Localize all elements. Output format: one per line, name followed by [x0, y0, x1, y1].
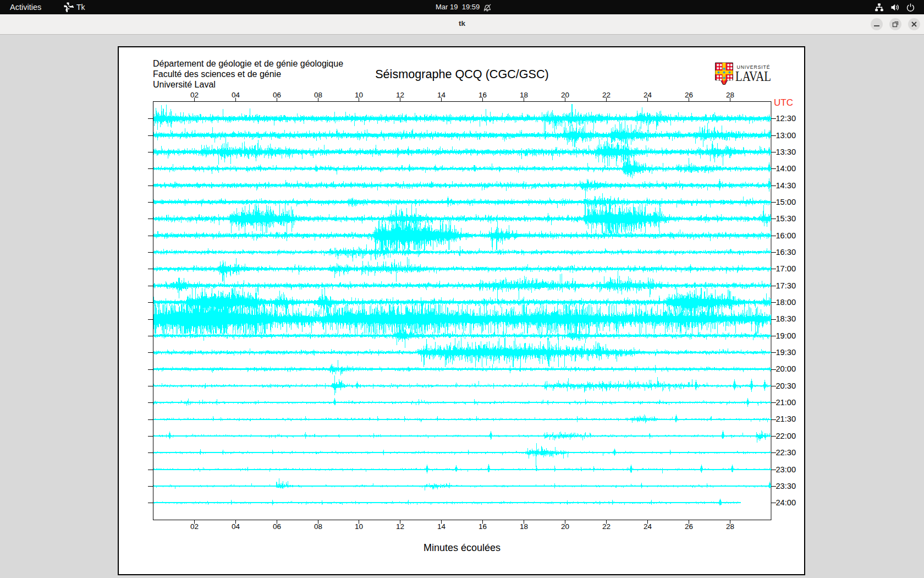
svg-text:24:00: 24:00 — [776, 498, 796, 507]
svg-text:26: 26 — [685, 91, 693, 99]
svg-text:13:00: 13:00 — [776, 131, 796, 140]
svg-text:19:30: 19:30 — [776, 348, 796, 357]
svg-text:04: 04 — [232, 91, 240, 99]
svg-text:13:30: 13:30 — [776, 148, 796, 156]
svg-text:21:00: 21:00 — [776, 398, 796, 407]
svg-text:23:30: 23:30 — [776, 482, 796, 490]
svg-text:20: 20 — [561, 522, 569, 531]
svg-text:15:00: 15:00 — [776, 198, 796, 206]
svg-text:22: 22 — [602, 522, 610, 531]
svg-text:15:30: 15:30 — [776, 214, 796, 223]
svg-text:Faculté des sciences et de gén: Faculté des sciences et de génie — [153, 69, 281, 79]
svg-text:28: 28 — [726, 91, 734, 99]
svg-text:16: 16 — [479, 522, 487, 531]
svg-text:18: 18 — [520, 522, 528, 531]
svg-text:23:00: 23:00 — [776, 465, 796, 474]
svg-text:08: 08 — [314, 522, 322, 531]
svg-text:18:00: 18:00 — [776, 298, 796, 307]
svg-text:20:30: 20:30 — [776, 381, 796, 390]
svg-text:Département de géologie et de: Département de géologie et de génie géol… — [153, 59, 343, 68]
svg-text:20:00: 20:00 — [776, 364, 796, 373]
svg-text:24: 24 — [644, 91, 652, 99]
svg-text:10: 10 — [355, 91, 363, 99]
svg-text:19:00: 19:00 — [776, 331, 796, 340]
svg-text:21:30: 21:30 — [776, 415, 796, 423]
svg-text:20: 20 — [561, 91, 569, 99]
svg-text:14:00: 14:00 — [776, 164, 796, 173]
svg-text:04: 04 — [232, 522, 240, 531]
svg-text:28: 28 — [726, 522, 734, 531]
svg-text:26: 26 — [685, 522, 693, 531]
svg-text:16:00: 16:00 — [776, 231, 796, 240]
svg-text:14: 14 — [437, 91, 446, 99]
svg-text:02: 02 — [190, 522, 199, 531]
svg-text:02: 02 — [190, 91, 199, 99]
svg-text:12: 12 — [396, 91, 404, 99]
svg-text:12:30: 12:30 — [776, 114, 796, 123]
svg-text:UTC: UTC — [774, 97, 793, 108]
svg-text:LAVAL: LAVAL — [735, 68, 771, 84]
svg-text:22: 22 — [602, 91, 610, 99]
svg-text:22:30: 22:30 — [776, 448, 796, 457]
svg-text:10: 10 — [355, 522, 363, 531]
svg-text:Séismographe QCQ (CGC/GSC): Séismographe QCQ (CGC/GSC) — [375, 67, 549, 81]
svg-text:06: 06 — [273, 522, 281, 531]
svg-text:Université Laval: Université Laval — [153, 80, 216, 89]
svg-text:14:30: 14:30 — [776, 181, 796, 190]
svg-text:14: 14 — [437, 522, 446, 531]
svg-text:12: 12 — [396, 522, 404, 531]
svg-text:17:30: 17:30 — [776, 281, 796, 290]
svg-text:Minutes écoulées: Minutes écoulées — [424, 542, 501, 553]
svg-text:16: 16 — [479, 91, 487, 99]
svg-text:16:30: 16:30 — [776, 248, 796, 257]
svg-text:17:00: 17:00 — [776, 264, 796, 273]
svg-text:18: 18 — [520, 91, 528, 99]
svg-text:24: 24 — [644, 522, 652, 531]
svg-text:06: 06 — [273, 91, 281, 99]
svg-text:18:30: 18:30 — [776, 314, 796, 323]
svg-text:08: 08 — [314, 91, 322, 99]
svg-text:22:00: 22:00 — [776, 432, 796, 440]
